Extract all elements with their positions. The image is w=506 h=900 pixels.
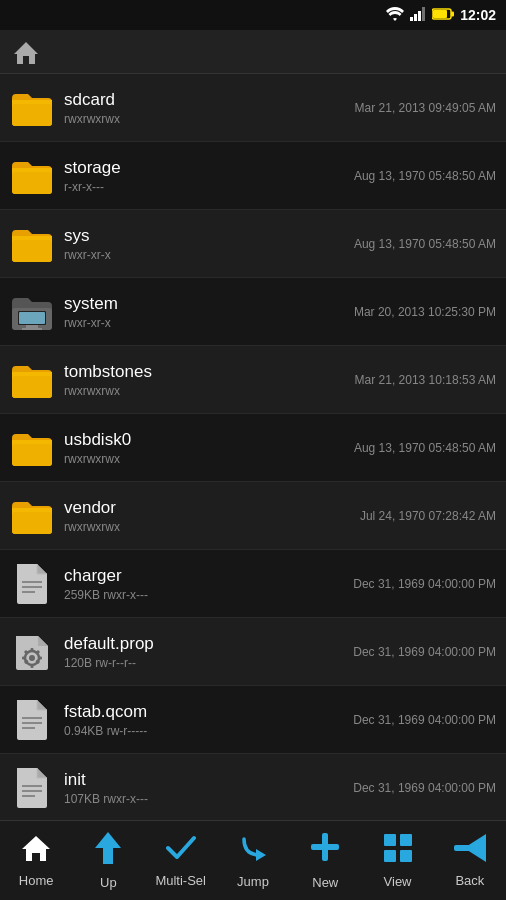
file-info: charger 259KB rwxr-x--- <box>64 566 347 602</box>
file-name: init <box>64 770 347 790</box>
toolbar-up[interactable]: Up <box>72 832 144 890</box>
svg-rect-25 <box>31 664 34 668</box>
file-date: Aug 13, 1970 05:48:50 AM <box>354 441 496 455</box>
file-info: fstab.qcom 0.94KB rw-r----- <box>64 702 347 738</box>
svg-rect-2 <box>418 11 421 21</box>
list-item[interactable]: init 107KB rwxr-x--- Dec 31, 1969 04:00:… <box>0 754 506 820</box>
file-icon <box>10 86 54 130</box>
list-item[interactable]: fstab.qcom 0.94KB rw-r----- Dec 31, 1969… <box>0 686 506 754</box>
file-icon <box>10 426 54 470</box>
file-name: charger <box>64 566 347 586</box>
toolbar-home[interactable]: Home <box>0 834 72 888</box>
file-list: sdcard rwxrwxrwx Mar 21, 2013 09:49:05 A… <box>0 74 506 820</box>
new-icon <box>309 831 341 871</box>
file-name: vendor <box>64 498 354 518</box>
file-icon <box>10 766 54 810</box>
svg-rect-1 <box>414 14 417 21</box>
file-info: vendor rwxrwxrwx <box>64 498 354 534</box>
svg-rect-6 <box>451 11 454 16</box>
list-item[interactable]: default.prop 120B rw-r--r-- Dec 31, 1969… <box>0 618 506 686</box>
list-item[interactable]: usbdisk0 rwxrwxrwx Aug 13, 1970 05:48:50… <box>0 414 506 482</box>
list-item[interactable]: tombstones rwxrwxrwx Mar 21, 2013 10:18:… <box>0 346 506 414</box>
clock: 12:02 <box>460 7 496 23</box>
up-icon <box>95 832 121 871</box>
svg-marker-45 <box>95 832 121 864</box>
svg-rect-18 <box>12 512 52 534</box>
file-name: fstab.qcom <box>64 702 347 722</box>
file-date: Mar 20, 2013 10:25:30 PM <box>354 305 496 319</box>
svg-rect-26 <box>22 656 26 659</box>
file-icon <box>10 494 54 538</box>
home-label: Home <box>19 873 54 888</box>
svg-rect-27 <box>38 656 42 659</box>
svg-marker-44 <box>22 836 50 861</box>
list-item[interactable]: system rwxr-xr-x Mar 20, 2013 10:25:30 P… <box>0 278 506 346</box>
back-icon <box>454 834 486 869</box>
file-date: Dec 31, 1969 04:00:00 PM <box>353 577 496 591</box>
file-permissions: r-xr-x--- <box>64 180 348 194</box>
file-permissions: rwxr-xr-x <box>64 248 348 262</box>
list-item[interactable]: sys rwxr-xr-x Aug 13, 1970 05:48:50 AM <box>0 210 506 278</box>
list-item[interactable]: vendor rwxrwxrwx Jul 24, 1970 07:28:42 A… <box>0 482 506 550</box>
toolbar-back[interactable]: Back <box>434 834 506 888</box>
file-info: init 107KB rwxr-x--- <box>64 770 347 806</box>
title-bar <box>0 30 506 74</box>
file-date: Dec 31, 1969 04:00:00 PM <box>353 645 496 659</box>
file-info: storage r-xr-x--- <box>64 158 348 194</box>
toolbar-new[interactable]: New <box>289 831 361 890</box>
file-date: Aug 13, 1970 05:48:50 AM <box>354 169 496 183</box>
list-item[interactable]: storage r-xr-x--- Aug 13, 1970 05:48:50 … <box>0 142 506 210</box>
toolbar-view[interactable]: View <box>361 833 433 889</box>
svg-marker-46 <box>256 849 266 861</box>
file-date: Aug 13, 1970 05:48:50 AM <box>354 237 496 251</box>
new-label: New <box>312 875 338 890</box>
file-info: default.prop 120B rw-r--r-- <box>64 634 347 670</box>
svg-rect-5 <box>433 10 447 18</box>
toolbar-jump[interactable]: Jump <box>217 833 289 889</box>
svg-rect-14 <box>26 325 38 328</box>
svg-rect-0 <box>410 17 413 21</box>
home-icon <box>21 834 51 869</box>
file-info: tombstones rwxrwxrwx <box>64 362 349 398</box>
file-name: sys <box>64 226 348 246</box>
svg-rect-13 <box>19 312 45 324</box>
file-icon <box>10 562 54 606</box>
file-date: Dec 31, 1969 04:00:00 PM <box>353 713 496 727</box>
svg-marker-7 <box>14 42 38 64</box>
file-info: usbdisk0 rwxrwxrwx <box>64 430 348 466</box>
file-permissions: 120B rw-r--r-- <box>64 656 347 670</box>
back-label: Back <box>455 873 484 888</box>
svg-rect-8 <box>12 104 52 126</box>
file-info: system rwxr-xr-x <box>64 294 348 330</box>
view-icon <box>383 833 413 870</box>
svg-rect-52 <box>400 850 412 862</box>
file-date: Mar 21, 2013 10:18:53 AM <box>355 373 496 387</box>
svg-rect-50 <box>400 834 412 846</box>
file-permissions: rwxrwxrwx <box>64 520 354 534</box>
title-home-icon[interactable] <box>12 38 40 66</box>
svg-rect-24 <box>31 648 34 652</box>
file-name: sdcard <box>64 90 349 110</box>
svg-rect-49 <box>384 834 396 846</box>
file-date: Dec 31, 1969 04:00:00 PM <box>353 781 496 795</box>
svg-rect-3 <box>422 7 425 21</box>
up-label: Up <box>100 875 117 890</box>
list-item[interactable]: charger 259KB rwxr-x--- Dec 31, 1969 04:… <box>0 550 506 618</box>
jump-icon <box>238 833 268 870</box>
file-info: sdcard rwxrwxrwx <box>64 90 349 126</box>
file-name: tombstones <box>64 362 349 382</box>
toolbar-multisel[interactable]: Multi-Sel <box>145 834 217 888</box>
svg-rect-48 <box>311 844 339 850</box>
file-name: usbdisk0 <box>64 430 348 450</box>
list-item[interactable]: sdcard rwxrwxrwx Mar 21, 2013 09:49:05 A… <box>0 74 506 142</box>
svg-rect-16 <box>12 376 52 398</box>
svg-rect-54 <box>454 845 472 851</box>
svg-rect-9 <box>12 172 52 194</box>
signal-icon <box>410 7 426 24</box>
battery-icon <box>432 8 454 23</box>
file-icon <box>10 358 54 402</box>
file-name: storage <box>64 158 348 178</box>
svg-rect-10 <box>12 240 52 262</box>
file-icon <box>10 698 54 742</box>
file-permissions: 0.94KB rw-r----- <box>64 724 347 738</box>
